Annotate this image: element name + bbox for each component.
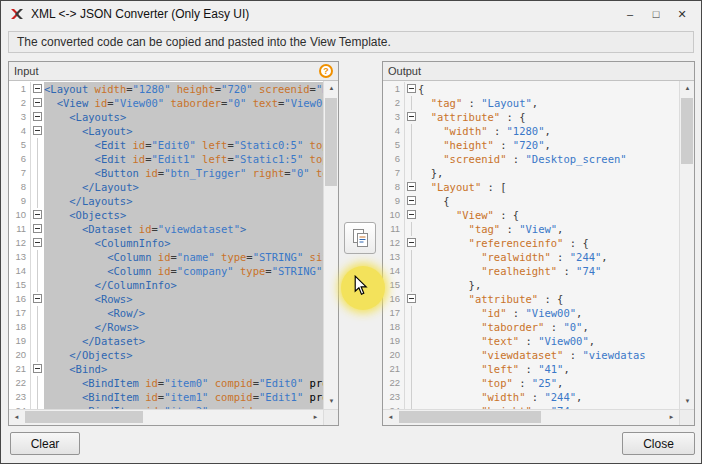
code-line[interactable]: 23 <BindItem id="item1" compid="Edit1" p…	[9, 390, 323, 404]
fold-toggle-icon[interactable]	[33, 364, 42, 373]
fold-gutter	[31, 264, 44, 278]
fold-toggle-icon[interactable]	[33, 224, 42, 233]
scroll-down-icon[interactable]: ▼	[680, 394, 694, 409]
code-line[interactable]: 19 </Dataset>	[9, 334, 323, 348]
line-number: 12	[383, 236, 405, 250]
code-line[interactable]: 21 <Bind>	[9, 362, 323, 376]
input-vertical-scrollbar[interactable]: ▲ ▼	[323, 81, 338, 409]
code-text: "attribute" : {	[418, 292, 679, 306]
scroll-right-icon[interactable]: ►	[308, 410, 323, 425]
code-line[interactable]: 13 "realwidth" : "244",	[383, 250, 679, 264]
fold-toggle-icon[interactable]	[33, 112, 42, 121]
code-line[interactable]: 1<Layout width="1280" height="720" scree…	[9, 82, 323, 96]
fold-gutter	[405, 194, 418, 208]
code-line[interactable]: 3 <Layouts>	[9, 110, 323, 124]
input-horizontal-scrollbar[interactable]: ◄ ►	[9, 410, 323, 425]
convert-button[interactable]	[344, 222, 376, 254]
scroll-down-icon[interactable]: ▼	[324, 394, 338, 409]
code-line[interactable]: 9 </Layouts>	[9, 194, 323, 208]
code-line[interactable]: 18 "taborder" : "0",	[383, 320, 679, 334]
fold-toggle-icon[interactable]	[407, 112, 416, 121]
code-line[interactable]: 10 <Objects>	[9, 208, 323, 222]
code-line[interactable]: 18 </Rows>	[9, 320, 323, 334]
scroll-up-icon[interactable]: ▲	[680, 81, 694, 96]
code-line[interactable]: 20 "viewdataset" : "viewdatas	[383, 348, 679, 362]
output-horizontal-scrollbar[interactable]: ◄ ►	[383, 410, 679, 425]
code-line[interactable]: 19 "text" : "View00",	[383, 334, 679, 348]
scrollbar-thumb[interactable]	[399, 411, 541, 423]
code-line[interactable]: 7 },	[383, 166, 679, 180]
fold-toggle-icon[interactable]	[33, 238, 42, 247]
scroll-left-icon[interactable]: ◄	[383, 410, 398, 425]
code-line[interactable]: 15 },	[383, 278, 679, 292]
fold-gutter	[31, 180, 44, 194]
code-line[interactable]: 5 <Edit id="Edit0" left="Static0:5" top=	[9, 138, 323, 152]
close-dialog-button[interactable]: Close	[622, 432, 695, 455]
fold-gutter	[405, 208, 418, 222]
code-line[interactable]: 16 <Rows>	[9, 292, 323, 306]
code-line[interactable]: 20 </Objects>	[9, 348, 323, 362]
fold-toggle-icon[interactable]	[33, 294, 42, 303]
code-line[interactable]: 6 "screenid" : "Desktop_screen"	[383, 152, 679, 166]
fold-toggle-icon[interactable]	[407, 84, 416, 93]
close-icon[interactable]: ✕	[671, 5, 693, 23]
maximize-icon[interactable]: □	[645, 5, 667, 23]
minimize-icon[interactable]: –	[619, 5, 641, 23]
help-icon[interactable]: ?	[319, 64, 333, 78]
code-line[interactable]: 16 "attribute" : {	[383, 292, 679, 306]
scrollbar-thumb[interactable]	[325, 98, 337, 186]
code-line[interactable]: 5 "height" : "720",	[383, 138, 679, 152]
code-line[interactable]: 8 </Layout>	[9, 180, 323, 194]
line-number: 2	[9, 96, 31, 110]
fold-toggle-icon[interactable]	[407, 210, 416, 219]
code-line[interactable]: 8 "Layout" : [	[383, 180, 679, 194]
fold-toggle-icon[interactable]	[33, 98, 42, 107]
code-line[interactable]: 4 <Layout>	[9, 124, 323, 138]
fold-toggle-icon[interactable]	[407, 182, 416, 191]
fold-toggle-icon[interactable]	[407, 294, 416, 303]
code-line[interactable]: 12 "referenceinfo" : {	[383, 236, 679, 250]
code-line[interactable]: 10 "View" : {	[383, 208, 679, 222]
code-line[interactable]: 17 <Row/>	[9, 306, 323, 320]
code-line[interactable]: 17 "id" : "View00",	[383, 306, 679, 320]
code-line[interactable]: 22 "top" : "25",	[383, 376, 679, 390]
fold-toggle-icon[interactable]	[407, 238, 416, 247]
scrollbar-thumb[interactable]	[681, 98, 693, 164]
code-line[interactable]: 7 <Button id="btn_Trigger" right="0" top…	[9, 166, 323, 180]
scroll-up-icon[interactable]: ▲	[324, 81, 338, 96]
code-line[interactable]: 6 <Edit id="Edit1" left="Static1:5" top=	[9, 152, 323, 166]
code-line[interactable]: 15 </ColumnInfo>	[9, 278, 323, 292]
fold-toggle-icon[interactable]	[33, 210, 42, 219]
scroll-left-icon[interactable]: ◄	[9, 410, 24, 425]
code-line[interactable]: 4 "width" : "1280",	[383, 124, 679, 138]
code-line[interactable]: 2 <View id="View00" taborder="0" text="V…	[9, 96, 323, 110]
code-line[interactable]: 2 "tag" : "Layout",	[383, 96, 679, 110]
json-editor[interactable]: 1{2 "tag" : "Layout",3 "attribute" : {4 …	[383, 81, 679, 409]
output-vertical-scrollbar[interactable]: ▲ ▼	[679, 81, 694, 409]
titlebar[interactable]: XML <-> JSON Converter (Only Easy UI) – …	[1, 1, 701, 27]
fold-toggle-icon[interactable]	[33, 84, 42, 93]
code-line[interactable]: 13 <Column id="name" type="STRING" size=	[9, 250, 323, 264]
fold-toggle-icon[interactable]	[33, 126, 42, 135]
code-line[interactable]: 21 "left" : "41",	[383, 362, 679, 376]
line-number: 9	[9, 194, 31, 208]
code-line[interactable]: 12 <ColumnInfo>	[9, 236, 323, 250]
code-line[interactable]: 11 "tag" : "View",	[383, 222, 679, 236]
code-line[interactable]: 14 <Column id="company" type="STRING" si	[9, 264, 323, 278]
fold-toggle-icon[interactable]	[407, 196, 416, 205]
code-line[interactable]: 22 <BindItem id="item0" compid="Edit0" p…	[9, 376, 323, 390]
code-line[interactable]: 9 {	[383, 194, 679, 208]
code-line[interactable]: 14 "realheight" : "74"	[383, 264, 679, 278]
scrollbar-thumb[interactable]	[25, 411, 143, 423]
xml-editor[interactable]: 1<Layout width="1280" height="720" scree…	[9, 81, 323, 409]
line-number: 21	[383, 362, 405, 376]
code-text: </Dataset>	[44, 334, 323, 348]
code-line[interactable]: 3 "attribute" : {	[383, 110, 679, 124]
code-line[interactable]: 11 <Dataset id="viewdataset">	[9, 222, 323, 236]
scroll-right-icon[interactable]: ►	[664, 410, 679, 425]
fold-gutter	[31, 82, 44, 96]
code-line[interactable]: 1{	[383, 82, 679, 96]
fold-gutter	[405, 250, 418, 264]
clear-button[interactable]: Clear	[10, 432, 80, 455]
code-line[interactable]: 23 "width" : "244",	[383, 390, 679, 404]
